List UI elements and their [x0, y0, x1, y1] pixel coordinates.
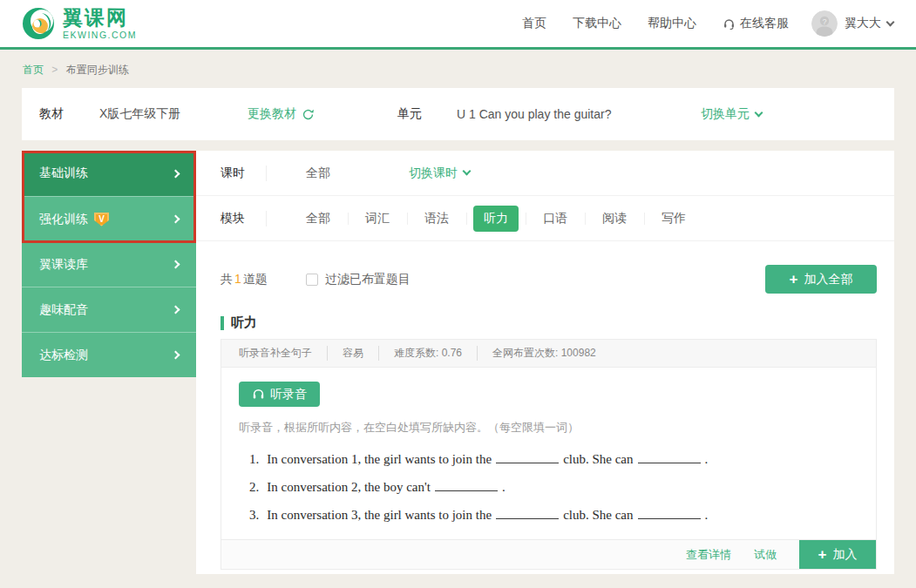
textbook-value: X版七年级下册 — [99, 106, 230, 122]
lesson-value: 全部 — [288, 166, 348, 181]
blank-line — [496, 452, 559, 463]
sidebar-item-label: 翼课读库 — [39, 257, 88, 273]
sidebar-item-label: 达标检测 — [39, 348, 88, 363]
section-title: 听力 — [231, 314, 257, 331]
blank-line — [638, 452, 701, 463]
change-unit-button[interactable]: 切换单元 — [701, 106, 762, 122]
module-filter-row: 模块 全部 词汇 语法 听力 口语 阅读 写作 — [196, 196, 894, 241]
question-instruction: 听录音，根据所听内容，在空白处填写所缺内容。（每空限填一词） — [239, 420, 858, 436]
tab-listening[interactable]: 听力 — [466, 206, 526, 232]
sidebar-item-label: 强化训练 — [39, 212, 88, 227]
blank-line — [496, 508, 559, 519]
tab-speaking[interactable]: 口语 — [526, 206, 585, 232]
question-text: . — [705, 508, 709, 522]
plus-icon: + — [790, 272, 798, 287]
add-all-button[interactable]: + 加入全部 — [765, 265, 877, 294]
divider — [266, 211, 267, 226]
sidebar-item-standard-test[interactable]: 达标检测 — [22, 332, 196, 377]
logo-text: 翼课网 EKWING.COM — [63, 8, 137, 40]
question-text: club. She can — [563, 508, 633, 522]
add-question-button[interactable]: + 加入 — [799, 540, 876, 569]
logo-title: 翼课网 — [63, 8, 137, 28]
nav-online-service[interactable]: 在线客服 — [723, 16, 789, 31]
chevron-down-icon — [463, 167, 472, 176]
breadcrumb-current: 布置同步训练 — [66, 64, 129, 76]
module-tabs: 全部 词汇 语法 听力 口语 阅读 写作 — [288, 206, 703, 232]
question-body: 听录音 听录音，根据所听内容，在空白处填写所缺内容。（每空限填一词） 1.In … — [221, 368, 876, 539]
change-textbook-button[interactable]: 更换教材 — [248, 106, 315, 122]
nav-download-center[interactable]: 下载中心 — [573, 16, 621, 31]
view-detail-link[interactable]: 查看详情 — [686, 547, 731, 563]
sidebar-item-label: 基础训练 — [39, 166, 88, 181]
question-item: 2.In conversation 2, the boy can't. — [249, 480, 858, 495]
textbook-unit-bar: 教材 X版七年级下册 更换教材 单元 U 1 Can you play the … — [22, 88, 894, 140]
chevron-right-icon — [172, 215, 180, 224]
nav-help-center[interactable]: 帮助中心 — [648, 16, 696, 31]
question-difficulty: 容易 — [327, 346, 363, 361]
header: 翼课网 EKWING.COM 首页 下载中心 帮助中心 在线客服 ? — [0, 0, 916, 50]
blank-line — [435, 480, 498, 491]
chevron-right-icon — [172, 306, 180, 314]
question-assigned-count: 全网布置次数: 100982 — [477, 346, 596, 361]
question-number: 3. — [249, 508, 259, 522]
question-text: . — [502, 480, 505, 494]
switch-lesson-label: 切换课时 — [409, 166, 458, 181]
chevron-right-icon — [172, 169, 180, 178]
logo[interactable]: 翼课网 EKWING.COM — [21, 6, 137, 41]
sidebar-item-fun-dubbing[interactable]: 趣味配音 — [22, 287, 196, 332]
question-number: 2. — [249, 480, 259, 494]
sidebar-item-reading-library[interactable]: 翼课读库 — [22, 241, 196, 287]
question-item: 3.In conversation 3, the girl wants to j… — [249, 508, 858, 523]
question-number: 1. — [249, 452, 259, 466]
add-all-label: 加入全部 — [804, 272, 852, 287]
switch-lesson-button[interactable]: 切换课时 — [409, 166, 470, 181]
breadcrumb-home[interactable]: 首页 — [23, 64, 44, 76]
question-text: In conversation 1, the girl wants to joi… — [267, 452, 492, 466]
question-type: 听录音补全句子 — [239, 346, 312, 361]
headphone-icon — [252, 388, 265, 401]
tab-all[interactable]: 全部 — [288, 206, 348, 232]
module-label: 模块 — [221, 211, 266, 226]
chevron-right-icon — [172, 260, 180, 269]
question-toolbar: 共1道题 过滤已布置题目 + 加入全部 — [196, 241, 894, 294]
question-text: In conversation 2, the boy can't — [267, 480, 431, 494]
breadcrumb: 首页 > 布置同步训练 — [0, 50, 916, 88]
sidebar: 基础训练 强化训练 V 翼课读库 趣味配音 达标检测 — [22, 151, 196, 377]
main-panel: 课时 全部 切换课时 模块 全部 词汇 语法 听力 口语 阅读 — [196, 151, 894, 574]
ekwing-bird-icon — [21, 6, 56, 41]
section-header: 听力 — [221, 314, 894, 331]
question-list: 1.In conversation 1, the girl wants to j… — [249, 452, 858, 523]
filter-assigned-label: 过滤已布置题目 — [325, 272, 411, 287]
avatar: ? — [811, 10, 838, 37]
nav-online-service-label: 在线客服 — [740, 16, 789, 31]
vip-badge-icon: V — [94, 213, 109, 226]
tab-reading[interactable]: 阅读 — [585, 206, 644, 232]
sidebar-item-basic-training[interactable]: 基础训练 — [22, 151, 196, 196]
sidebar-item-label: 趣味配音 — [39, 302, 88, 318]
user-name: 翼大大 — [845, 16, 881, 31]
logo-subtitle: EKWING.COM — [63, 30, 137, 40]
question-text: In conversation 3, the girl wants to joi… — [267, 508, 492, 522]
sidebar-item-intensive-training[interactable]: 强化训练 V — [22, 196, 196, 241]
user-menu[interactable]: ? 翼大大 — [811, 10, 893, 37]
divider — [266, 166, 267, 181]
tab-vocabulary[interactable]: 词汇 — [348, 206, 407, 232]
filter-assigned-checkbox-group[interactable]: 过滤已布置题目 — [306, 272, 411, 287]
change-unit-label: 切换单元 — [701, 106, 750, 122]
add-question-label: 加入 — [832, 547, 857, 563]
nav-home[interactable]: 首页 — [522, 16, 546, 31]
blank-line — [638, 508, 701, 519]
tab-grammar[interactable]: 语法 — [407, 206, 466, 232]
refresh-icon — [302, 108, 315, 121]
lesson-filter-row: 课时 全部 切换课时 — [196, 151, 894, 196]
chevron-right-icon — [172, 351, 180, 360]
question-item: 1.In conversation 1, the girl wants to j… — [249, 452, 858, 467]
question-meta-row: 听录音补全句子 容易 难度系数: 0.76 全网布置次数: 100982 — [221, 340, 876, 368]
question-text: . — [705, 452, 709, 466]
question-card: 听录音补全句子 容易 难度系数: 0.76 全网布置次数: 100982 听录音 — [221, 339, 877, 570]
listen-audio-button[interactable]: 听录音 — [239, 382, 320, 407]
filter-assigned-checkbox[interactable] — [306, 274, 318, 286]
tab-writing[interactable]: 写作 — [644, 206, 703, 232]
unit-label: 单元 — [397, 106, 422, 122]
try-question-link[interactable]: 试做 — [754, 547, 777, 563]
